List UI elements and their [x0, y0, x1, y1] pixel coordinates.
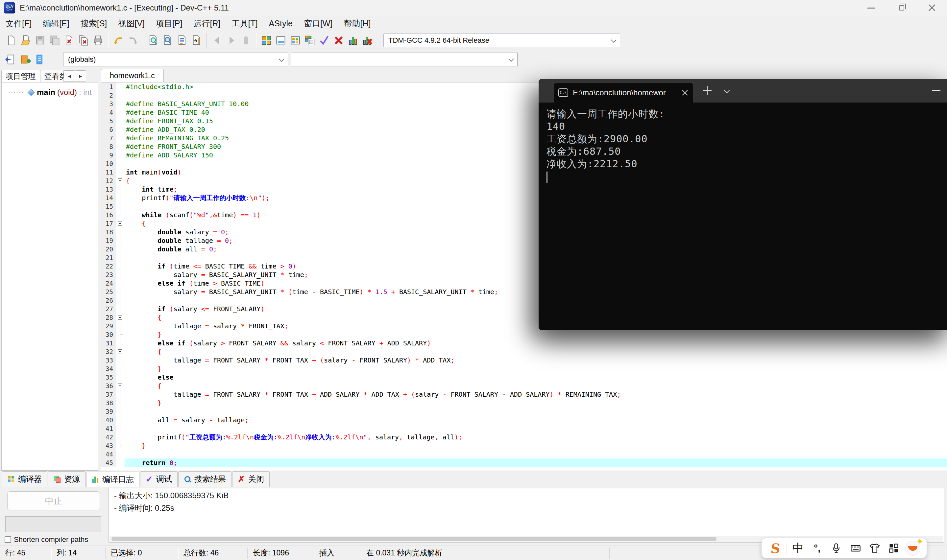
- fold-margin[interactable]: [116, 424, 125, 433]
- tabs-scroll-right-button[interactable]: ►: [75, 70, 86, 82]
- menu-item[interactable]: AStyle: [263, 17, 298, 30]
- fold-margin[interactable]: [116, 382, 125, 390]
- code-line[interactable]: 40 all = salary - tallage;: [101, 416, 947, 424]
- fold-margin[interactable]: [116, 125, 125, 134]
- fold-margin[interactable]: [116, 458, 125, 467]
- fold-margin[interactable]: [116, 271, 125, 279]
- fold-margin[interactable]: [116, 194, 125, 202]
- close-all-button[interactable]: [76, 33, 91, 48]
- goto-line-button[interactable]: [189, 33, 204, 48]
- toolbox-grid-icon[interactable]: [884, 538, 903, 558]
- skin-icon[interactable]: [865, 538, 884, 558]
- back-button[interactable]: [210, 33, 224, 48]
- find-button[interactable]: [146, 33, 160, 48]
- fold-margin[interactable]: [116, 91, 125, 100]
- code-line[interactable]: 30 }: [101, 330, 947, 339]
- fold-margin[interactable]: [116, 356, 125, 365]
- fold-margin[interactable]: [116, 168, 125, 177]
- sogou-logo-icon[interactable]: S: [766, 538, 785, 558]
- fold-margin[interactable]: [116, 211, 125, 219]
- fold-margin[interactable]: [116, 159, 125, 168]
- menu-item[interactable]: 运行[R]: [188, 16, 226, 31]
- code-line[interactable]: 38 }: [101, 398, 947, 407]
- menu-item[interactable]: 窗口[W]: [298, 16, 338, 31]
- fold-margin[interactable]: [116, 83, 125, 91]
- fold-margin[interactable]: [116, 373, 125, 382]
- menu-item[interactable]: 工具[T]: [226, 16, 263, 31]
- members-select[interactable]: [291, 52, 517, 66]
- editor-tab-homework1[interactable]: homework1.c: [101, 69, 164, 83]
- minimize-button[interactable]: [856, 0, 887, 16]
- fold-margin[interactable]: [116, 117, 125, 125]
- bottom-tab-资源[interactable]: 资源: [48, 471, 86, 487]
- fold-margin[interactable]: [116, 365, 125, 373]
- fold-margin[interactable]: [116, 236, 125, 245]
- fold-margin[interactable]: [116, 442, 125, 450]
- fold-margin[interactable]: [116, 296, 125, 305]
- add-item-button[interactable]: [18, 52, 32, 67]
- open-file-button[interactable]: [18, 33, 33, 48]
- fold-margin[interactable]: [116, 322, 125, 330]
- fold-margin[interactable]: [116, 305, 125, 313]
- fold-margin[interactable]: [116, 202, 125, 211]
- fold-margin[interactable]: [116, 398, 125, 407]
- keyboard-icon[interactable]: [846, 538, 864, 558]
- bottom-tab-编译日志[interactable]: 编译日志: [86, 472, 139, 487]
- terminal-tab[interactable]: C:\ E:\ma\conclution\homewor: [554, 83, 693, 103]
- fold-margin[interactable]: [116, 339, 125, 348]
- fold-margin[interactable]: [116, 390, 125, 398]
- fold-margin[interactable]: [116, 219, 125, 228]
- new-file-button[interactable]: [4, 33, 18, 48]
- forward-button[interactable]: [224, 33, 239, 48]
- scrollbar-thumb[interactable]: [111, 537, 716, 541]
- code-line[interactable]: 44: [101, 450, 947, 458]
- code-line[interactable]: 35 else: [101, 373, 947, 382]
- fold-margin[interactable]: [116, 100, 125, 108]
- nav-page-button[interactable]: [3, 52, 18, 67]
- save-all-button[interactable]: [47, 33, 62, 48]
- fold-margin[interactable]: [116, 108, 125, 117]
- fold-margin[interactable]: [116, 185, 125, 194]
- menu-item[interactable]: 帮助[H]: [338, 16, 376, 31]
- bottom-tab-调试[interactable]: ✓调试: [140, 471, 177, 487]
- restore-button[interactable]: [887, 0, 917, 16]
- bottom-tab-关闭[interactable]: ✗关闭: [232, 471, 269, 487]
- fold-margin[interactable]: [116, 348, 125, 356]
- menu-item[interactable]: 视图[V]: [112, 16, 150, 31]
- fold-margin[interactable]: [116, 134, 125, 142]
- save-button[interactable]: [33, 33, 47, 48]
- compiler-select[interactable]: TDM-GCC 4.9.2 64-bit Release: [383, 34, 620, 47]
- find-in-files-button[interactable]: [160, 33, 175, 48]
- compile-run-button[interactable]: [288, 33, 302, 48]
- fold-margin[interactable]: [116, 253, 125, 262]
- tree-item-main[interactable]: ······ main (void) : int: [8, 88, 98, 97]
- notes-button[interactable]: [32, 52, 47, 67]
- ime-toolbar[interactable]: S 中 °‚: [762, 538, 927, 558]
- code-line[interactable]: 39: [101, 407, 947, 416]
- tab-project-manager[interactable]: 项目管理: [1, 70, 40, 83]
- new-tab-button[interactable]: [703, 86, 711, 95]
- code-line[interactable]: 36 {: [101, 382, 947, 390]
- tabs-scroll-left-button[interactable]: ◄: [64, 70, 75, 82]
- fold-margin[interactable]: [116, 177, 125, 185]
- chinese-mode-icon[interactable]: 中: [789, 538, 807, 558]
- terminal-window[interactable]: C:\ E:\ma\conclution\homewor 请输入一周工作的小时数…: [539, 79, 947, 330]
- fold-margin[interactable]: [116, 245, 125, 253]
- fold-margin[interactable]: [116, 279, 125, 288]
- tab-dropdown-chevron-icon[interactable]: [724, 87, 730, 93]
- terminal-tab-close-icon[interactable]: [681, 89, 688, 96]
- run-button[interactable]: [274, 33, 288, 48]
- abort-compile-button[interactable]: [331, 33, 346, 48]
- code-line[interactable]: 45 return 0;: [101, 458, 947, 467]
- menu-item[interactable]: 搜索[S]: [75, 16, 113, 31]
- replace-button[interactable]: [175, 33, 189, 48]
- fold-margin[interactable]: [116, 142, 125, 151]
- menu-item[interactable]: 文件[F]: [0, 16, 37, 31]
- syntax-check-button[interactable]: [317, 33, 331, 48]
- code-line[interactable]: 43 }: [101, 442, 947, 450]
- fold-margin[interactable]: [116, 407, 125, 416]
- punctuation-icon[interactable]: °‚: [808, 538, 826, 558]
- code-line[interactable]: 32 {: [101, 348, 947, 356]
- redo-button[interactable]: [126, 33, 140, 48]
- abort-button[interactable]: 中止: [7, 491, 100, 510]
